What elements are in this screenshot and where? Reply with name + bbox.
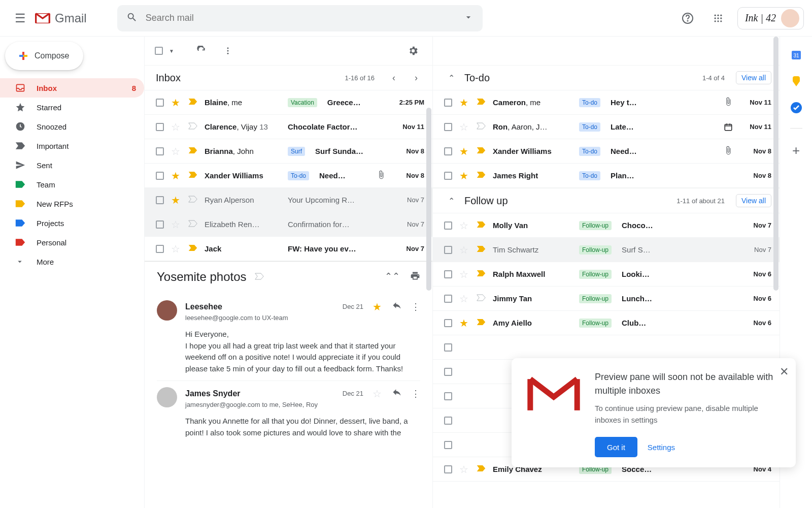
view-all-link[interactable]: View all	[736, 194, 771, 207]
star-icon[interactable]: ☆	[171, 145, 181, 157]
search-bar[interactable]	[117, 5, 483, 31]
scrollbar[interactable]	[426, 108, 431, 291]
refresh-button[interactable]	[190, 40, 213, 62]
apps-button[interactable]	[707, 7, 729, 29]
importance-icon[interactable]	[477, 147, 486, 155]
star-icon[interactable]: ☆	[171, 243, 181, 255]
label-chip-icon[interactable]	[255, 273, 264, 281]
star-icon[interactable]: ☆	[459, 121, 469, 133]
toast-settings-button[interactable]: Settings	[648, 443, 675, 452]
star-icon[interactable]: ☆	[459, 268, 469, 280]
email-row[interactable]: ☆Ron, Aaron, J…To-doLate…Nov 11	[433, 115, 780, 139]
email-row[interactable]: ☆Clarence, Vijay 13Chocolate Factor…Nov …	[145, 115, 432, 139]
sidebar-item-new-rfps[interactable]: New RFPs	[0, 194, 144, 213]
importance-icon[interactable]	[477, 122, 486, 131]
search-input[interactable]	[146, 13, 463, 23]
select-dropdown-icon[interactable]: ▼	[169, 48, 174, 54]
more-button[interactable]	[217, 40, 239, 62]
collapse-icon[interactable]: ⌃⌃	[385, 271, 400, 283]
preview-message[interactable]: LeeseheeDec 21★⋮leesehee@google.com to U…	[157, 294, 420, 380]
select-all-checkbox[interactable]	[155, 47, 163, 55]
importance-icon[interactable]	[477, 221, 486, 230]
sidebar-item-team[interactable]: Team	[0, 175, 144, 194]
row-checkbox[interactable]	[444, 417, 452, 425]
star-icon[interactable]: ☆	[171, 218, 181, 231]
importance-icon[interactable]	[188, 122, 197, 131]
row-checkbox[interactable]	[444, 221, 452, 230]
row-checkbox[interactable]	[444, 147, 452, 155]
row-checkbox[interactable]	[444, 99, 452, 107]
row-checkbox[interactable]	[156, 123, 164, 131]
collapse-section-icon[interactable]: ⌃	[444, 71, 458, 85]
message-more-icon[interactable]: ⋮	[411, 301, 420, 312]
row-checkbox[interactable]	[444, 392, 452, 400]
importance-icon[interactable]	[188, 220, 197, 229]
email-row[interactable]: ☆JackFW: Have you ev…Nov 7	[145, 237, 432, 261]
star-icon[interactable]: ★	[459, 170, 469, 182]
message-star-icon[interactable]: ☆	[373, 388, 383, 400]
message-more-icon[interactable]: ⋮	[411, 388, 420, 399]
email-row[interactable]	[433, 335, 780, 360]
star-icon[interactable]: ★	[459, 145, 469, 157]
row-checkbox[interactable]	[156, 172, 164, 180]
sidebar-item-projects[interactable]: Projects	[0, 213, 144, 233]
sidebar-item-starred[interactable]: Starred	[0, 98, 144, 117]
email-row[interactable]: ☆Elizabeth Ren…Confirmation for…Nov 7	[145, 212, 432, 237]
compose-button[interactable]: Compose	[5, 42, 83, 70]
importance-icon[interactable]	[188, 196, 197, 204]
sidebar-item-snoozed[interactable]: Snoozed	[0, 117, 144, 136]
star-icon[interactable]: ★	[171, 170, 181, 182]
email-row[interactable]: ★Amy AielloFollow-upClub…Nov 6	[433, 311, 780, 335]
star-icon[interactable]: ★	[171, 194, 181, 206]
reply-icon[interactable]	[392, 387, 402, 400]
star-icon[interactable]: ☆	[459, 219, 469, 232]
email-row[interactable]: ★Cameron, meTo-doHey t…Nov 11	[433, 90, 780, 115]
star-icon[interactable]: ☆	[459, 293, 469, 305]
account-switcher[interactable]: Ink | 42	[737, 7, 804, 29]
sidebar-item-important[interactable]: Important	[0, 136, 144, 155]
email-row[interactable]: ★James RightTo-doPlan…Nov 8	[433, 164, 780, 188]
star-icon[interactable]: ★	[459, 97, 469, 109]
row-checkbox[interactable]	[444, 246, 452, 254]
view-all-link[interactable]: View all	[736, 71, 771, 84]
email-row[interactable]: ★Blaine, meVacationGreece…2:25 PM	[145, 90, 432, 115]
star-icon[interactable]: ★	[459, 317, 469, 329]
row-checkbox[interactable]	[444, 270, 452, 278]
collapse-section-icon[interactable]: ⌃	[444, 194, 458, 208]
sidebar-item-more[interactable]: More	[0, 252, 144, 271]
email-row[interactable]: ★Xander WilliamsTo-doNeed…Nov 8	[433, 139, 780, 164]
importance-icon[interactable]	[477, 245, 486, 254]
row-checkbox[interactable]	[156, 220, 164, 229]
star-icon[interactable]: ☆	[459, 244, 469, 256]
row-checkbox[interactable]	[444, 295, 452, 303]
email-row[interactable]: ☆Jimmy TanFollow-upLunch…Nov 6	[433, 287, 780, 311]
sidebar-item-sent[interactable]: Sent	[0, 155, 144, 175]
sidebar-item-personal[interactable]: Personal	[0, 233, 144, 252]
scrollbar[interactable]	[773, 37, 779, 291]
keep-icon[interactable]	[790, 75, 802, 87]
next-page-button[interactable]: ›	[408, 70, 424, 86]
importance-icon[interactable]	[477, 294, 486, 303]
row-checkbox[interactable]	[444, 319, 452, 327]
importance-icon[interactable]	[477, 465, 486, 473]
importance-icon[interactable]	[188, 171, 197, 180]
row-checkbox[interactable]	[444, 172, 452, 180]
email-row[interactable]: ☆Ralph MaxwellFollow-upLooki…Nov 6	[433, 262, 780, 287]
row-checkbox[interactable]	[444, 465, 452, 473]
calendar-icon[interactable]: 31	[790, 49, 802, 61]
row-checkbox[interactable]	[156, 196, 164, 204]
get-addons-icon[interactable]: +	[790, 143, 802, 155]
row-checkbox[interactable]	[444, 123, 452, 131]
importance-icon[interactable]	[477, 270, 486, 278]
star-icon[interactable]: ★	[171, 97, 181, 109]
importance-icon[interactable]	[188, 98, 197, 107]
email-row[interactable]: ☆Tim SchwartzFollow-upSurf S…Nov 7	[433, 238, 780, 262]
reply-icon[interactable]	[392, 300, 402, 313]
importance-icon[interactable]	[477, 319, 486, 327]
row-checkbox[interactable]	[444, 368, 452, 376]
toast-got-it-button[interactable]: Got it	[595, 437, 637, 457]
row-checkbox[interactable]	[156, 99, 164, 107]
row-checkbox[interactable]	[444, 343, 452, 352]
search-options-icon[interactable]	[463, 12, 473, 24]
toast-close-button[interactable]: ✕	[780, 365, 789, 378]
